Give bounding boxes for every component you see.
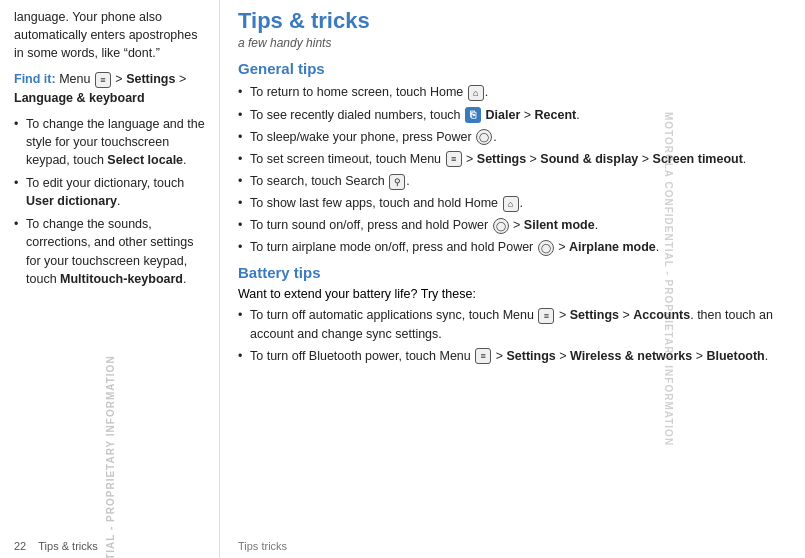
menu-icon: ≡ [446,151,462,167]
home-icon: ⌂ [503,196,519,212]
watermark-left: MOTOROLA CONFIDENTIAL - PROPRIETARY INFO… [104,355,115,558]
list-item: To edit your dictionary, touch User dict… [14,174,205,210]
power-icon: ◯ [493,218,509,234]
list-item: To change the language and the style for… [14,115,205,169]
list-item: To sleep/wake your phone, press Power ◯. [238,128,787,146]
find-it-label: Find it: [14,72,56,86]
menu-icon: ≡ [95,72,111,88]
dialer-badge: ⎘ [465,107,481,124]
battery-tips-list: To turn off automatic applications sync,… [238,306,787,364]
list-item: To turn sound on/off, press and hold Pow… [238,216,787,234]
bottom-page-label: Tips tricks [238,540,287,552]
page-title: Tips & tricks [238,8,787,34]
left-column: language. Your phone also automatically … [0,0,220,558]
list-item: To show last few apps, touch and hold Ho… [238,194,787,212]
left-bullet-list: To change the language and the style for… [14,115,205,288]
list-item: To turn off automatic applications sync,… [238,306,787,342]
home-icon: ⌂ [468,85,484,101]
general-tips-list: To return to home screen, touch Home ⌂. … [238,83,787,256]
list-item: To return to home screen, touch Home ⌂. [238,83,787,101]
list-item: To set screen timeout, touch Menu ≡ > Se… [238,150,787,168]
power-icon: ◯ [476,129,492,145]
power-icon: ◯ [538,240,554,256]
page-number-area: 22 Tips & tricks [14,540,98,552]
section-heading-battery: Battery tips [238,264,787,281]
list-item: To search, touch Search ⚲. [238,172,787,190]
page-label: Tips & tricks [38,540,98,552]
search-icon: ⚲ [389,174,405,190]
intro-text: language. Your phone also automatically … [14,8,205,62]
list-item: To see recently dialed numbers, touch ⎘ … [238,106,787,124]
page-subtitle: a few handy hints [238,36,787,50]
menu-icon: ≡ [475,348,491,364]
right-column: Tips & tricks a few handy hints General … [220,0,805,558]
section-heading-general: General tips [238,60,787,77]
menu-icon: ≡ [538,308,554,324]
list-item: To turn airplane mode on/off, press and … [238,238,787,256]
page-number: 22 [14,540,26,552]
find-it-text: Find it: Menu ≡ > Settings > Language & … [14,70,205,106]
list-item: To turn off Bluetooth power, touch Menu … [238,347,787,365]
list-item: To change the sounds, corrections, and o… [14,215,205,288]
battery-intro: Want to extend your battery life? Try th… [238,287,787,301]
